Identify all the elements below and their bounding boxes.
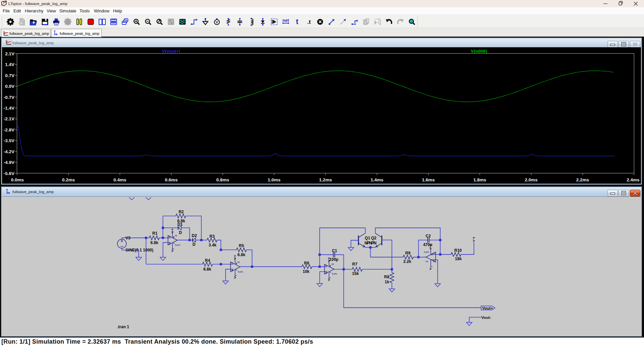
svg-text:Q2: Q2: [371, 236, 376, 240]
svg-text:Vout-: Vout-: [481, 315, 491, 320]
svg-text:t: t: [296, 17, 299, 26]
svg-text:-2.1V: -2.1V: [4, 116, 14, 121]
svg-text:0.2ms: 0.2ms: [62, 177, 75, 182]
svg-text:-3.5V: -3.5V: [4, 138, 14, 143]
svg-text:1k: 1k: [385, 280, 389, 284]
svg-text:C1: C1: [332, 248, 337, 253]
svg-text:10k: 10k: [303, 269, 310, 274]
svg-text:U3: U3: [331, 263, 334, 265]
svg-text:2.2k: 2.2k: [404, 259, 412, 264]
svg-text:-4.2V: -4.2V: [4, 149, 14, 154]
svg-text:TL071: TL071: [238, 271, 243, 273]
svg-text:R7: R7: [352, 262, 358, 267]
svg-text:V3: V3: [125, 236, 130, 240]
svg-text:0.0V: 0.0V: [5, 84, 14, 89]
svg-text:15k: 15k: [352, 271, 359, 276]
svg-text:R2: R2: [178, 210, 184, 214]
svg-text:SINE(0 1 1000): SINE(0 1 1000): [125, 248, 153, 252]
svg-text:100p: 100p: [329, 257, 338, 262]
svg-text:3.4k: 3.4k: [209, 243, 217, 247]
svg-text:0.6ms: 0.6ms: [165, 177, 178, 182]
svg-text:6.8k: 6.8k: [237, 252, 246, 257]
svg-text:1.8ms: 1.8ms: [473, 177, 486, 182]
svg-text:TL071: TL071: [424, 251, 429, 253]
svg-text:-1.4V: -1.4V: [4, 106, 14, 111]
svg-text:U1: U1: [175, 235, 177, 237]
svg-text:2.2ms: 2.2ms: [576, 177, 589, 182]
svg-text:R3: R3: [210, 234, 215, 239]
svg-text:1.4V: 1.4V: [5, 62, 14, 67]
svg-text:6.8k: 6.8k: [203, 267, 211, 272]
svg-text:2.4ms: 2.4ms: [627, 177, 639, 182]
svg-text:1.6ms: 1.6ms: [422, 177, 435, 182]
svg-text:R1: R1: [152, 231, 158, 236]
svg-text:18k: 18k: [455, 256, 462, 261]
svg-text:NPNPN: NPNPN: [365, 241, 376, 245]
svg-text:0.8ms: 0.8ms: [216, 177, 229, 182]
svg-text:1.4ms: 1.4ms: [371, 177, 383, 182]
svg-text:D: D: [193, 242, 196, 247]
svg-text:Q1: Q1: [365, 236, 370, 240]
svg-text:0.0ms: 0.0ms: [11, 177, 24, 182]
svg-text:-2.8V: -2.8V: [4, 127, 14, 132]
svg-text:R4: R4: [205, 258, 210, 263]
svg-text:V(n006): V(n006): [471, 49, 487, 54]
svg-text:V(vout+): V(vout+): [162, 49, 180, 54]
svg-text:D1: D1: [177, 222, 183, 227]
svg-text:1.0ms: 1.0ms: [268, 177, 280, 182]
svg-text:U2: U2: [237, 261, 239, 263]
svg-text:1.2ms: 1.2ms: [319, 177, 332, 182]
svg-text:Vout+: Vout+: [482, 306, 493, 310]
svg-text:C2: C2: [426, 234, 431, 238]
svg-text:.t: .t: [307, 19, 311, 25]
svg-text:D: D: [179, 230, 182, 235]
svg-text:0.4ms: 0.4ms: [113, 177, 126, 182]
svg-text:D2: D2: [192, 233, 197, 238]
svg-text:2.1V: 2.1V: [5, 51, 14, 56]
svg-text:-4.9V: -4.9V: [4, 160, 14, 165]
svg-text:R8: R8: [384, 275, 389, 279]
svg-text:TL071: TL071: [175, 244, 180, 246]
svg-text:R9: R9: [405, 251, 411, 255]
svg-text:R5: R5: [239, 243, 244, 248]
svg-text:R6: R6: [304, 261, 310, 266]
svg-text:-0.7V: -0.7V: [4, 95, 14, 100]
svg-text:-5.6V: -5.6V: [4, 171, 14, 176]
svg-text:TL071: TL071: [332, 273, 337, 275]
svg-text:.tran 1: .tran 1: [117, 325, 129, 329]
svg-text:U4: U4: [426, 261, 428, 263]
svg-text:2.0ms: 2.0ms: [525, 177, 538, 182]
svg-text:6.8k: 6.8k: [151, 240, 159, 245]
svg-text:470p: 470p: [423, 242, 432, 247]
svg-text:R10: R10: [454, 248, 462, 253]
svg-text:net: net: [282, 18, 289, 23]
svg-text:0.7V: 0.7V: [5, 73, 14, 78]
